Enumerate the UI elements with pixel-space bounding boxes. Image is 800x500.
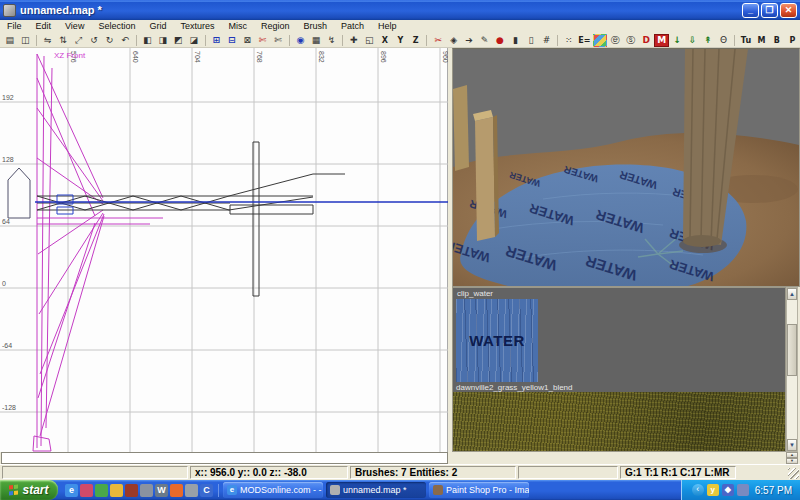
open-button[interactable]: ▤: [3, 34, 17, 47]
cut-x-button[interactable]: ✄: [255, 34, 269, 47]
d-button[interactable]: D: [639, 34, 653, 47]
terrain-button[interactable]: ↟: [701, 34, 715, 47]
lightning-button[interactable]: ↯: [324, 34, 338, 47]
select-complete-tall-button[interactable]: ◧: [140, 34, 154, 47]
texture-view-button[interactable]: ▦: [309, 34, 323, 47]
circled-s-button[interactable]: ⓢ: [624, 34, 638, 47]
brush-wireframe-magenta[interactable]: [33, 54, 163, 451]
cycle-views-button[interactable]: ◱: [362, 34, 376, 47]
scroll-up-button[interactable]: ▲: [787, 288, 797, 300]
resize-grip[interactable]: [788, 468, 799, 479]
marker-button[interactable]: ●: [493, 34, 507, 47]
tray-icon-2[interactable]: ◆: [722, 484, 734, 496]
texture-name-grass: dawnville2_grass_yellow1_blend: [456, 383, 573, 392]
scroll-down-button[interactable]: ▼: [787, 439, 797, 451]
arrow-button[interactable]: ➔: [462, 34, 476, 47]
axis-y-button[interactable]: Y: [393, 34, 407, 47]
task-button[interactable]: eMODSonline.com - - ...: [223, 482, 323, 498]
scrollbar-thumb[interactable]: [787, 324, 797, 376]
trunk-base: [683, 235, 721, 247]
menu-grid[interactable]: Grid: [142, 20, 173, 33]
task-button[interactable]: unnamed.map *: [326, 482, 426, 498]
terrain-wireframe[interactable]: [37, 142, 345, 296]
scissors-button[interactable]: ✂: [431, 34, 445, 47]
menu-patch[interactable]: Patch: [334, 20, 371, 33]
2d-view-xz[interactable]: 576640704768832896960192128640-64-128: [0, 48, 448, 452]
quicklaunch-icon-3[interactable]: [95, 484, 108, 497]
menu-brush[interactable]: Brush: [296, 20, 334, 33]
quicklaunch-icon-7[interactable]: W: [155, 484, 168, 497]
menu-textures[interactable]: Textures: [173, 20, 221, 33]
axis-x-button[interactable]: X: [378, 34, 392, 47]
menu-help[interactable]: Help: [371, 20, 404, 33]
menu-misc[interactable]: Misc: [221, 20, 254, 33]
menu-file[interactable]: File: [0, 20, 29, 33]
ruler-label-x: 832: [318, 51, 325, 63]
title-bar[interactable]: unnamed.map * _ ❐ ✕: [0, 0, 800, 20]
drop-down-button[interactable]: ↓: [670, 34, 684, 47]
pencil-button[interactable]: ✎: [477, 34, 491, 47]
select-touching-button[interactable]: ◨: [156, 34, 170, 47]
quicklaunch-icon-10[interactable]: C: [200, 484, 213, 497]
selected-brush-detail[interactable]: [57, 195, 73, 214]
start-button[interactable]: start: [0, 480, 58, 500]
close-button[interactable]: ✕: [780, 3, 797, 18]
texture-swatch-grass[interactable]: [453, 392, 786, 452]
quicklaunch-icon-8[interactable]: [170, 484, 183, 497]
rotate-y-button[interactable]: ↻: [102, 34, 116, 47]
theta-button[interactable]: Θ: [716, 34, 730, 47]
toolbar: ▤◫⇋⇅⤢↺↻↶◧◨◩◪⊞⊟⊠✄✄◉▦↯✚◱XYZ✂◈➔✎●▮▯#⁙E=ⓔⓢDM…: [0, 33, 800, 48]
flip-x-button[interactable]: ⇋: [40, 34, 54, 47]
lock-b-button[interactable]: ▯: [524, 34, 538, 47]
menu-selection[interactable]: Selection: [91, 20, 142, 33]
quicklaunch-icon-4[interactable]: [110, 484, 123, 497]
texture-swatch-water[interactable]: WATER: [456, 299, 538, 382]
csg-merge-button[interactable]: ⊞: [209, 34, 223, 47]
entity-list-button[interactable]: E=: [577, 34, 591, 47]
save-button[interactable]: ◫: [18, 34, 32, 47]
dots-button[interactable]: ⁙: [562, 34, 576, 47]
flip-y-button[interactable]: ⇅: [56, 34, 70, 47]
b-button[interactable]: B: [770, 34, 784, 47]
axis-z-button[interactable]: Z: [409, 34, 423, 47]
texture-scrollbar[interactable]: ▲ ▼: [786, 287, 798, 452]
world-button[interactable]: ◉: [293, 34, 307, 47]
quicklaunch-icon-2[interactable]: [80, 484, 93, 497]
palette-button[interactable]: [593, 34, 607, 47]
lock-a-button[interactable]: ▮: [508, 34, 522, 47]
p-button[interactable]: P: [785, 34, 799, 47]
rotate-z-button[interactable]: ↶: [118, 34, 132, 47]
hollow-button[interactable]: ⊠: [240, 34, 254, 47]
menu-edit[interactable]: Edit: [29, 20, 59, 33]
menu-region[interactable]: Region: [254, 20, 297, 33]
drop-floor-button[interactable]: ⇩: [685, 34, 699, 47]
grid-snap-button[interactable]: #: [539, 34, 553, 47]
tray-chevron-icon[interactable]: ‹: [692, 484, 704, 496]
move-button[interactable]: ✚: [347, 34, 361, 47]
minimize-button[interactable]: _: [742, 3, 759, 18]
quicklaunch-icon-6[interactable]: [140, 484, 153, 497]
ie-icon[interactable]: e: [65, 484, 78, 497]
m-button[interactable]: M: [754, 34, 768, 47]
cut-y-button[interactable]: ✄: [271, 34, 285, 47]
csg-subtract-button[interactable]: ⊟: [224, 34, 238, 47]
maximize-button[interactable]: ❐: [761, 3, 778, 18]
tray-icon-3[interactable]: [737, 484, 749, 496]
m-red-button[interactable]: M: [654, 34, 668, 47]
quicklaunch-icon-5[interactable]: [125, 484, 138, 497]
tray-icon-1[interactable]: y: [707, 484, 719, 496]
select-inside-button[interactable]: ◪: [187, 34, 201, 47]
quicklaunch-icon-9[interactable]: [185, 484, 198, 497]
texture-window[interactable]: clip_water WATER dawnville2_grass_yellow…: [452, 287, 786, 452]
diamond-button[interactable]: ◈: [446, 34, 460, 47]
entity-box[interactable]: [8, 168, 30, 218]
rotate-x-button[interactable]: ↺: [87, 34, 101, 47]
menu-view[interactable]: View: [58, 20, 91, 33]
select-partial-tall-button[interactable]: ◩: [171, 34, 185, 47]
3d-view[interactable]: WATERWATERWATERWATERWATERWATERWATERWATER…: [452, 48, 800, 287]
tu-button[interactable]: Tu: [739, 34, 753, 47]
circled-e-button[interactable]: ⓔ: [608, 34, 622, 47]
flip-z-button[interactable]: ⤢: [71, 34, 85, 47]
command-edit[interactable]: [1, 452, 448, 464]
task-button[interactable]: Paint Shop Pro - Imag...: [429, 482, 529, 498]
